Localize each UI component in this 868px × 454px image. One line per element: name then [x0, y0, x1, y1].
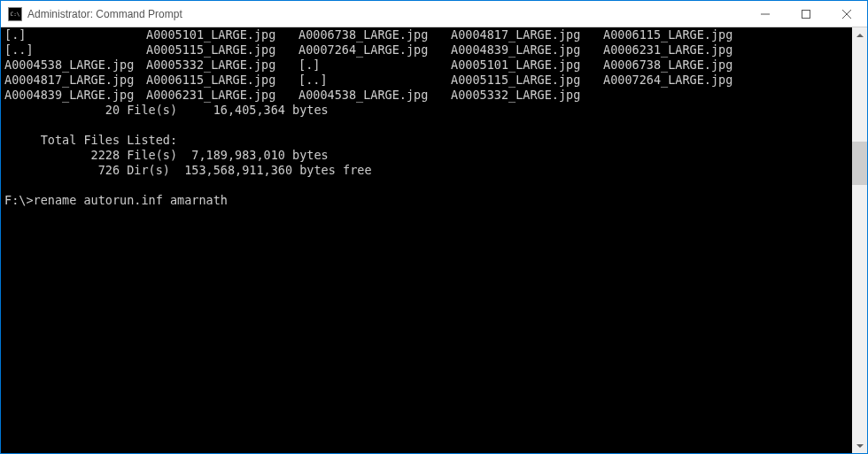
dir-entry: [..]	[4, 42, 146, 58]
chevron-up-icon	[856, 34, 864, 37]
cursor	[228, 195, 235, 207]
chevron-down-icon	[856, 444, 864, 448]
titlebar[interactable]: Administrator: Command Prompt	[1, 1, 867, 27]
close-icon	[842, 10, 851, 19]
dir-entry: A0007264_LARGE.jpg	[603, 73, 745, 88]
dir-entry: A0004538_LARGE.jpg	[298, 88, 451, 103]
dir-entry: [.]	[298, 58, 451, 73]
summary-files-line: 20 File(s) 16,405,364 bytes	[4, 103, 329, 117]
close-button[interactable]	[826, 1, 867, 27]
console-output[interactable]: [.]A0005101_LARGE.jpgA0006738_LARGE.jpgA…	[1, 27, 852, 453]
total-dirs-line: 726 Dir(s) 153,568,911,360 bytes free	[4, 163, 372, 177]
dir-entry: [..]	[298, 73, 451, 88]
total-files-line: 2228 File(s) 7,189,983,010 bytes	[4, 148, 329, 162]
cmd-icon	[8, 7, 22, 21]
dir-entry: A0004839_LARGE.jpg	[4, 88, 146, 103]
dir-entry: A0004817_LARGE.jpg	[4, 73, 146, 88]
dir-row: [.]A0005101_LARGE.jpgA0006738_LARGE.jpgA…	[4, 27, 849, 42]
svg-rect-1	[802, 10, 810, 18]
svg-marker-4	[856, 34, 864, 37]
dir-entry: A0006115_LARGE.jpg	[146, 73, 298, 88]
dir-entry: A0005332_LARGE.jpg	[146, 58, 298, 73]
scroll-thumb[interactable]	[852, 142, 867, 185]
prompt-path: F:\>	[4, 193, 34, 207]
dir-entry: A0005101_LARGE.jpg	[146, 27, 298, 42]
dir-entry: A0005115_LARGE.jpg	[146, 42, 298, 58]
window-controls	[745, 1, 867, 27]
minimize-button[interactable]	[745, 1, 786, 27]
dir-entry: A0005332_LARGE.jpg	[451, 88, 603, 103]
command-input[interactable]: rename autorun.inf amarnath	[34, 193, 228, 207]
dir-entry: A0006231_LARGE.jpg	[146, 88, 298, 103]
vertical-scrollbar[interactable]	[852, 27, 867, 453]
scroll-down-button[interactable]	[852, 438, 867, 453]
dir-entry: A0005101_LARGE.jpg	[451, 58, 603, 73]
total-files-header: Total Files Listed:	[4, 133, 177, 147]
dir-entry: A0005115_LARGE.jpg	[451, 73, 603, 88]
maximize-icon	[802, 10, 810, 19]
dir-entry: A0006115_LARGE.jpg	[603, 27, 745, 42]
dir-row: A0004839_LARGE.jpgA0006231_LARGE.jpgA000…	[4, 88, 849, 103]
scroll-up-button[interactable]	[852, 27, 867, 42]
svg-marker-5	[856, 444, 864, 448]
dir-row: [..]A0005115_LARGE.jpgA0007264_LARGE.jpg…	[4, 42, 849, 58]
dir-entry: [.]	[4, 27, 146, 42]
dir-row: A0004538_LARGE.jpgA0005332_LARGE.jpg[.]A…	[4, 58, 849, 73]
minimize-icon	[761, 10, 770, 19]
dir-entry: A0006738_LARGE.jpg	[603, 58, 745, 73]
window-title: Administrator: Command Prompt	[27, 8, 745, 20]
dir-entry: A0007264_LARGE.jpg	[298, 42, 451, 58]
command-prompt-window: Administrator: Command Prompt [.]A000510…	[0, 0, 868, 454]
dir-entry: A0006231_LARGE.jpg	[603, 42, 745, 58]
dir-entry: A0004817_LARGE.jpg	[451, 27, 603, 42]
dir-row: A0004817_LARGE.jpgA0006115_LARGE.jpg[..]…	[4, 73, 849, 88]
dir-entry: A0004839_LARGE.jpg	[451, 42, 603, 58]
scroll-track[interactable]	[852, 42, 867, 438]
dir-entry: A0006738_LARGE.jpg	[298, 27, 451, 42]
dir-entry: A0004538_LARGE.jpg	[4, 58, 146, 73]
console-area: [.]A0005101_LARGE.jpgA0006738_LARGE.jpgA…	[1, 27, 867, 453]
maximize-button[interactable]	[786, 1, 826, 27]
